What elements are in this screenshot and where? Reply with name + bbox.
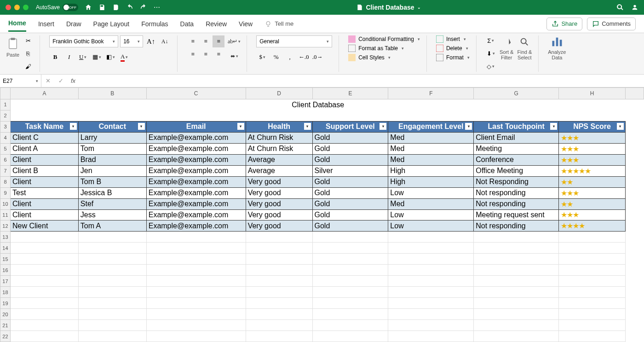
- comments-button[interactable]: Comments: [587, 17, 636, 30]
- empty-cell[interactable]: [10, 287, 78, 298]
- cell[interactable]: At Churn Risk: [246, 143, 312, 154]
- close-window[interactable]: [6, 5, 11, 10]
- row-header[interactable]: 19: [0, 298, 11, 309]
- row-header[interactable]: 6: [0, 154, 11, 165]
- more-icon[interactable]: ⋯: [154, 4, 160, 11]
- delete-cells[interactable]: Delete▾: [436, 45, 470, 52]
- row-header[interactable]: 22: [0, 331, 11, 342]
- empty-cell[interactable]: [146, 309, 246, 320]
- redo-icon[interactable]: [140, 4, 147, 11]
- cell[interactable]: High: [388, 176, 474, 187]
- empty-cell[interactable]: [388, 331, 474, 342]
- empty-cell[interactable]: [78, 320, 146, 331]
- home-icon[interactable]: [85, 4, 92, 11]
- row-header[interactable]: 2: [0, 110, 11, 121]
- empty-cell[interactable]: [146, 331, 246, 342]
- empty-cell[interactable]: [474, 320, 559, 331]
- cell[interactable]: Very good: [246, 198, 312, 209]
- cell[interactable]: Jessica B: [78, 187, 146, 198]
- row-header[interactable]: 7: [0, 165, 11, 176]
- empty-cell[interactable]: [78, 331, 146, 342]
- bold-button[interactable]: B: [49, 51, 61, 63]
- align-center[interactable]: ≡: [200, 48, 212, 60]
- font-color-button[interactable]: A▾: [118, 51, 130, 63]
- empty-cell[interactable]: [10, 265, 78, 276]
- format-painter[interactable]: 🖌: [23, 61, 33, 71]
- empty-cell[interactable]: [474, 254, 559, 265]
- fill-color-button[interactable]: ◧▾: [104, 51, 116, 63]
- currency-button[interactable]: $▾: [256, 51, 268, 63]
- empty-cell[interactable]: [474, 265, 559, 276]
- cell[interactable]: Client A: [10, 143, 78, 154]
- cell[interactable]: Larry: [78, 132, 146, 143]
- number-format-selector[interactable]: General▾: [256, 35, 332, 47]
- search-icon[interactable]: [616, 4, 624, 11]
- empty-cell[interactable]: [388, 265, 474, 276]
- empty-cell[interactable]: [559, 287, 626, 298]
- empty-cell[interactable]: [10, 309, 78, 320]
- align-middle[interactable]: ≡: [200, 35, 212, 47]
- col-header-D[interactable]: D: [246, 88, 312, 99]
- empty-cell[interactable]: [78, 287, 146, 298]
- cell[interactable]: Low: [388, 209, 474, 220]
- cell[interactable]: Client: [10, 154, 78, 165]
- tab-view[interactable]: View: [239, 17, 253, 31]
- cell[interactable]: Test: [10, 187, 78, 198]
- document-title[interactable]: Client Database ⌄: [160, 4, 616, 11]
- clear-button[interactable]: ◇▾: [486, 61, 496, 71]
- filter-icon[interactable]: ▾: [138, 123, 145, 130]
- align-left[interactable]: ≡: [187, 48, 199, 60]
- cell-nps[interactable]: ★★: [559, 198, 626, 209]
- cell[interactable]: Example@example.com: [146, 209, 246, 220]
- tab-home[interactable]: Home: [8, 16, 26, 32]
- empty-cell[interactable]: [559, 243, 626, 254]
- cell[interactable]: Jen: [78, 165, 146, 176]
- fx-icon[interactable]: fx: [71, 77, 75, 84]
- cell[interactable]: Silver: [312, 165, 388, 176]
- empty-cell[interactable]: [388, 243, 474, 254]
- row-header[interactable]: 9: [0, 187, 11, 198]
- cell[interactable]: Gold: [312, 154, 388, 165]
- empty-cell[interactable]: [312, 243, 388, 254]
- cell-nps[interactable]: ★★★★★: [559, 165, 626, 176]
- fill-button[interactable]: ⬇▾: [486, 48, 496, 58]
- empty-cell[interactable]: [78, 309, 146, 320]
- decrease-font[interactable]: A↓: [159, 35, 171, 47]
- save-icon[interactable]: [98, 4, 106, 11]
- empty-cell[interactable]: [559, 331, 626, 342]
- empty-cell[interactable]: [146, 265, 246, 276]
- cell[interactable]: High: [388, 165, 474, 176]
- empty-cell[interactable]: [78, 265, 146, 276]
- row-header[interactable]: 11: [0, 209, 11, 220]
- row-header[interactable]: 14: [0, 243, 11, 254]
- cell[interactable]: Meeting request sent: [474, 209, 559, 220]
- save-as-icon[interactable]: [112, 4, 120, 11]
- tab-review[interactable]: Review: [206, 17, 227, 31]
- empty-cell[interactable]: [312, 331, 388, 342]
- border-button[interactable]: ▦▾: [91, 51, 103, 63]
- row-header[interactable]: 21: [0, 320, 11, 331]
- empty-cell[interactable]: [78, 298, 146, 309]
- empty-cell[interactable]: [78, 243, 146, 254]
- col-header-H[interactable]: H: [559, 88, 626, 99]
- percent-button[interactable]: %: [270, 51, 282, 63]
- cell[interactable]: Low: [388, 187, 474, 198]
- analyze-data-button[interactable]: Analyze Data: [548, 35, 566, 60]
- undo-icon[interactable]: [126, 4, 133, 11]
- font-selector[interactable]: Franklin Gothic Book▾: [49, 35, 118, 47]
- cell[interactable]: Jess: [78, 209, 146, 220]
- cell-nps[interactable]: ★★: [559, 176, 626, 187]
- empty-cell[interactable]: [474, 287, 559, 298]
- table-header[interactable]: Health▾: [246, 121, 312, 132]
- empty-cell[interactable]: [146, 287, 246, 298]
- align-top[interactable]: ≡: [187, 35, 199, 47]
- empty-cell[interactable]: [78, 276, 146, 287]
- cell[interactable]: Gold: [312, 187, 388, 198]
- empty-cell[interactable]: [246, 320, 312, 331]
- cell[interactable]: Conference: [474, 154, 559, 165]
- empty-cell[interactable]: [312, 276, 388, 287]
- empty-cell[interactable]: [388, 287, 474, 298]
- empty-cell[interactable]: [10, 320, 78, 331]
- name-box[interactable]: E27▾: [0, 75, 41, 87]
- formula-input[interactable]: [75, 75, 644, 87]
